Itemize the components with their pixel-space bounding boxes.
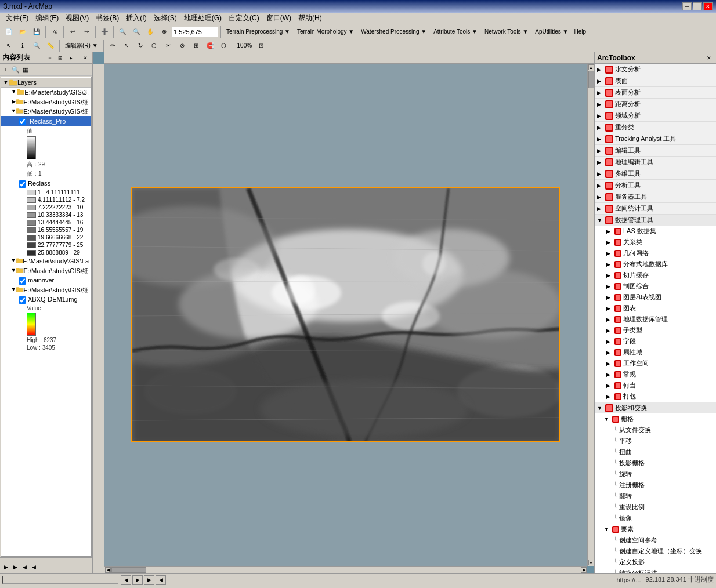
zoom-100[interactable]: 100%: [236, 39, 254, 52]
network-menu[interactable]: Network Tools ▼: [482, 26, 531, 38]
spatial-stats-header[interactable]: ▶ 空间统计工具: [595, 203, 716, 214]
pan-btn[interactable]: ✋: [144, 26, 157, 38]
layer-group-2[interactable]: ▶ E:\Master\study\GIS\细: [1, 97, 91, 107]
toc-open-table[interactable]: ▦: [21, 65, 30, 74]
menu-view[interactable]: 视图(V): [62, 12, 92, 24]
hscroll-left[interactable]: ◀: [105, 567, 111, 573]
arctools-content[interactable]: ▶ 水文分析 ▶ 表面 ▶ 表面分析: [595, 64, 716, 573]
reclass-check[interactable]: [19, 180, 26, 188]
select-tool[interactable]: ↖: [2, 39, 15, 52]
tool-raster-group[interactable]: ▼ 栅格: [595, 413, 716, 424]
measure-btn[interactable]: 📏: [44, 39, 57, 52]
geoedit-header[interactable]: ▶ 地理编辑工具: [595, 157, 716, 168]
vscroll-down[interactable]: ▼: [588, 560, 594, 565]
tool-contingent[interactable]: ▶ 何当: [595, 380, 716, 391]
toc-content[interactable]: ▼ Layers ▼ E:\Master\study\GIS\3.: [1, 77, 92, 557]
print-btn[interactable]: 🖨: [48, 26, 61, 38]
menu-file[interactable]: 文件(F): [2, 12, 32, 24]
split-tool[interactable]: ⊘: [176, 39, 189, 52]
identify-btn[interactable]: ℹ: [16, 39, 29, 52]
toc-bottom-btn4[interactable]: ◀: [29, 562, 38, 572]
map-canvas[interactable]: [104, 64, 587, 566]
tool-field[interactable]: ▶ 字段: [595, 336, 716, 347]
save-btn[interactable]: 💾: [30, 26, 43, 38]
toc-list-view[interactable]: ≡: [45, 53, 55, 63]
tool-las[interactable]: ▶ LAS 数据集: [595, 226, 716, 237]
layer-group-3[interactable]: ▼ E:\Master\study\GIS\细: [1, 107, 91, 116]
subtool-warp[interactable]: └ 扭曲: [595, 447, 716, 458]
rotate-tool[interactable]: ↻: [134, 39, 147, 52]
menu-geoprocessing[interactable]: 地理处理(G): [180, 12, 225, 24]
topology-tool[interactable]: ⬡: [218, 39, 230, 52]
tool-domain[interactable]: ▶ 属性域: [595, 347, 716, 358]
subtool-create-spatial[interactable]: └ 创建空间参考: [595, 535, 716, 546]
server-header[interactable]: ▶ 服务器工具: [595, 191, 716, 202]
help-btn[interactable]: Help: [572, 26, 588, 38]
menu-select[interactable]: 选择(S): [150, 12, 180, 24]
merge-tool[interactable]: ⊞: [190, 39, 202, 52]
projection-header[interactable]: ▼ 投影和变换: [595, 402, 716, 413]
layer-group-xi2[interactable]: ▼ E:\Master\study\GIS\细: [1, 285, 91, 295]
toc-close[interactable]: ✕: [81, 53, 90, 63]
arctools-close[interactable]: ✕: [704, 53, 714, 63]
surface-header[interactable]: ▶ 表面: [595, 75, 716, 86]
analysis-header[interactable]: ▶ 分析工具: [595, 180, 716, 191]
snap-tool[interactable]: 🧲: [204, 39, 216, 52]
distance-header[interactable]: ▶ 距离分析: [595, 99, 716, 110]
editor-menu[interactable]: 编辑器(R) ▼: [62, 39, 101, 52]
tracking-header[interactable]: ▶ Tracking Analyst 工具: [595, 133, 716, 144]
tool-feature-group[interactable]: ▼ 要素: [595, 524, 716, 535]
toc-icon-view[interactable]: ⊞: [56, 53, 65, 63]
reclass-pro-check[interactable]: [19, 118, 26, 125]
attribute-menu[interactable]: Attribute Tools ▼: [431, 26, 480, 38]
menu-bookmark[interactable]: 书签(B): [92, 12, 122, 24]
minimize-button[interactable]: ─: [682, 2, 692, 10]
toc-zoom-layer[interactable]: 🔍: [11, 65, 20, 74]
menu-help[interactable]: 帮助(H): [295, 12, 326, 24]
tool-tile-cache[interactable]: ▶ 切片缓存: [595, 270, 716, 281]
subtool-rotate[interactable]: └ 旋转: [595, 469, 716, 480]
terrain-menu[interactable]: Terrain Preprocessing ▼: [223, 26, 293, 38]
tool-subtype[interactable]: ▶ 子类型: [595, 325, 716, 336]
subtool-convert-coords[interactable]: └ 转换坐标记法: [595, 568, 716, 573]
data-mgmt-header[interactable]: ▼ 数据管理工具: [595, 215, 716, 226]
mainriver-check[interactable]: [19, 277, 26, 285]
subtool-from-file[interactable]: └ 从文件变换: [595, 424, 716, 435]
surface-analysis-header[interactable]: ▶ 表面分析: [595, 87, 716, 98]
hydrology-header[interactable]: ▶ 水文分析: [595, 64, 716, 75]
neighborhood-header[interactable]: ▶ 领域分析: [595, 110, 716, 121]
subtool-register[interactable]: └ 注册栅格: [595, 480, 716, 491]
dem-item[interactable]: XBXQ-DEM1.img: [1, 295, 91, 304]
maximize-button[interactable]: □: [693, 2, 702, 10]
subtool-create-custom[interactable]: └ 创建自定义地理（坐标）变换: [595, 546, 716, 557]
close-button[interactable]: ✕: [703, 2, 713, 10]
tool-geometric[interactable]: ▶ 几何网络: [595, 248, 716, 259]
tool-layer-table[interactable]: ▶ 图层和表视图: [595, 292, 716, 303]
zoom-fit[interactable]: ⊡: [255, 39, 267, 52]
find-btn[interactable]: 🔍: [30, 39, 43, 52]
edit-tool[interactable]: ↖: [120, 39, 133, 52]
tool-general[interactable]: ▶ 常规: [595, 369, 716, 380]
subtool-rescale[interactable]: └ 重设比例: [595, 502, 716, 513]
vscroll-thumb[interactable]: [588, 71, 594, 88]
tool-distributed[interactable]: ▶ 分布式地数据库: [595, 259, 716, 270]
status-btn4[interactable]: ◀: [156, 575, 166, 585]
undo-btn[interactable]: ↩: [66, 26, 79, 38]
menu-edit[interactable]: 编辑(E): [32, 12, 62, 24]
menu-customize[interactable]: 自定义(C): [225, 12, 263, 24]
tool-package[interactable]: ▶ 打包: [595, 391, 716, 402]
toc-options[interactable]: ▸: [66, 53, 75, 63]
tool-relations[interactable]: ▶ 关系类: [595, 237, 716, 248]
dem-check[interactable]: [19, 296, 26, 304]
tool-workspace[interactable]: ▶ 工作空间: [595, 358, 716, 369]
subtool-mirror[interactable]: └ 镜像: [595, 513, 716, 524]
add-data-btn[interactable]: ➕: [98, 26, 111, 38]
subtool-translate[interactable]: └ 平移: [595, 435, 716, 447]
reclass-header[interactable]: ▶ 重分类: [595, 122, 716, 133]
open-btn[interactable]: 📂: [16, 26, 29, 38]
menu-window[interactable]: 窗口(W): [263, 12, 295, 24]
reshape-tool[interactable]: ⬡: [148, 39, 161, 52]
zoom-out-btn[interactable]: 🔍: [130, 26, 143, 38]
cut-tool[interactable]: ✂: [162, 39, 175, 52]
tool-chart[interactable]: ▶ 图表: [595, 303, 716, 314]
